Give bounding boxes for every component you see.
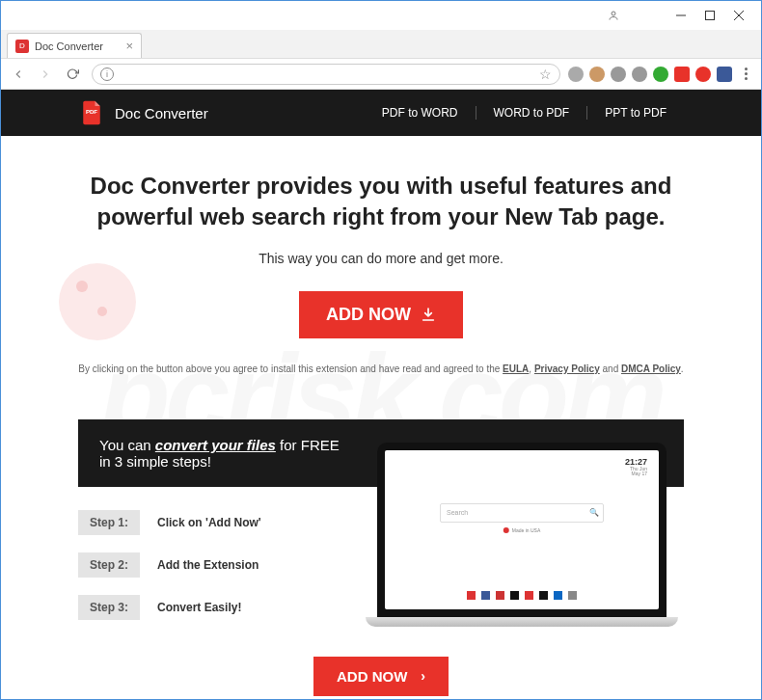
step-text: Click on 'Add Now' [157, 516, 261, 529]
extension-icon[interactable] [717, 67, 732, 82]
extension-icon[interactable] [653, 67, 668, 82]
extension-icon[interactable] [695, 67, 711, 82]
mock-clock: 21:27 Thu JunMay 17 [625, 458, 647, 476]
minimize-button[interactable] [667, 1, 695, 30]
step-text: Add the Extension [157, 558, 259, 572]
svg-text:PDF: PDF [86, 108, 97, 115]
forward-button[interactable] [34, 63, 57, 86]
browser-tab[interactable]: D Doc Converter × [7, 33, 142, 58]
step-row: Step 3: Convert Easily! [78, 595, 348, 620]
window-titlebar [1, 1, 761, 30]
add-now-button-bottom[interactable]: ADD NOW › [313, 657, 449, 696]
step-row: Step 2: Add the Extension [78, 552, 348, 578]
bookmark-star-icon[interactable]: ☆ [539, 67, 552, 82]
hero-section: Doc Converter provides you with useful f… [1, 136, 761, 400]
nav-link-pdf-to-word[interactable]: PDF to WORD [365, 106, 476, 120]
steps-list: Step 1: Click on 'Add Now' Step 2: Add t… [78, 510, 348, 637]
cta-label: ADD NOW [337, 668, 407, 685]
nav-link-ppt-to-pdf[interactable]: PPT to PDF [587, 106, 684, 120]
maximize-button[interactable] [695, 1, 724, 30]
download-icon [421, 307, 436, 322]
hero-subhead: This way you can do more and get more. [59, 251, 703, 266]
svg-rect-2 [706, 12, 715, 20]
chevron-right-icon: › [421, 668, 425, 684]
step-label: Step 1: [78, 510, 140, 535]
step-row: Step 1: Click on 'Add Now' [78, 510, 348, 535]
tab-close-icon[interactable]: × [125, 39, 133, 53]
pdf-file-icon: PDF [78, 99, 105, 126]
extension-icon[interactable] [632, 67, 647, 82]
brand-logo[interactable]: PDF Doc Converter [78, 99, 208, 126]
header-nav: PDF to WORD WORD to PDF PPT to PDF [365, 106, 684, 120]
site-info-icon[interactable]: i [100, 67, 114, 81]
site-header: PDF Doc Converter PDF to WORD WORD to PD… [1, 90, 761, 136]
brand-name: Doc Converter [115, 105, 208, 121]
step-label: Step 3: [78, 595, 140, 620]
page-viewport[interactable]: pcrisk.com PDF Doc Converter PDF to WORD… [1, 90, 761, 700]
browser-menu-button[interactable] [736, 67, 755, 80]
steps-section: You can convert your files for FREE in 3… [1, 419, 761, 647]
step-label: Step 2: [78, 552, 140, 578]
user-icon[interactable] [599, 1, 628, 30]
extension-icon[interactable] [674, 67, 690, 82]
dmca-link[interactable]: DMCA Policy [621, 363, 681, 374]
bottom-cta-section: ADD NOW › [1, 647, 761, 700]
tab-title: Doc Converter [35, 40, 103, 52]
address-bar[interactable]: i ☆ [92, 64, 560, 85]
laptop-mockup: 21:27 Thu JunMay 17 Search Made in USA [377, 443, 667, 627]
add-now-button[interactable]: ADD NOW [299, 291, 463, 338]
extension-icons [568, 67, 732, 82]
svg-point-0 [612, 12, 615, 15]
step-text: Convert Easily! [157, 601, 241, 614]
mock-search-input: Search [440, 503, 604, 523]
browser-toolbar: i ☆ [1, 59, 761, 90]
browser-tab-bar: D Doc Converter × [1, 30, 761, 59]
extension-icon[interactable] [568, 67, 584, 82]
disclaimer-text: By clicking on the button above you agre… [59, 362, 703, 377]
cta-label: ADD NOW [326, 305, 411, 325]
nav-link-word-to-pdf[interactable]: WORD to PDF [476, 106, 588, 120]
reload-button[interactable] [61, 63, 84, 86]
back-button[interactable] [7, 63, 30, 86]
hero-headline: Doc Converter provides you with useful f… [59, 171, 703, 233]
mock-bookmark-icons [467, 591, 577, 600]
tab-favicon-icon: D [15, 40, 29, 53]
eula-link[interactable]: EULA [503, 363, 529, 374]
privacy-link[interactable]: Privacy Policy [534, 363, 600, 374]
extension-icon[interactable] [589, 67, 605, 82]
mock-note: Made in USA [503, 527, 540, 533]
extension-icon[interactable] [611, 67, 626, 82]
close-button[interactable] [724, 1, 753, 30]
